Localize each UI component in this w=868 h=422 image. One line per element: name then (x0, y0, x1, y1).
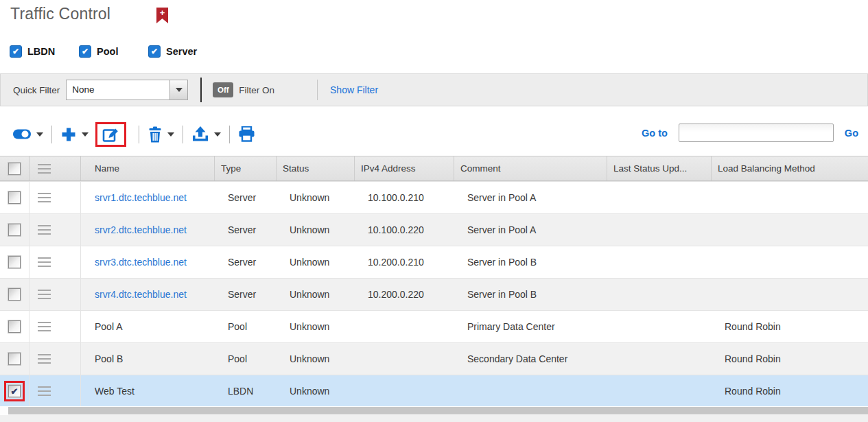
cell-name[interactable]: srvr1.dtc.techblue.net (81, 182, 215, 213)
cell-type: Server (215, 182, 277, 213)
horizontal-scrollbar[interactable] (0, 406, 868, 415)
table-row[interactable]: srvr3.dtc.techblue.net Server Unknown 10… (0, 246, 868, 278)
cell-ipv4 (355, 311, 454, 342)
bookmark-icon[interactable]: + (156, 8, 168, 23)
column-header-last-status[interactable]: Last Status Upd... (607, 156, 712, 180)
cell-last-status (607, 343, 712, 375)
row-checkbox-cell[interactable] (0, 343, 30, 375)
cell-name[interactable]: srvr4.dtc.techblue.net (81, 279, 215, 310)
filter-lbdn[interactable]: LBDN (10, 45, 79, 58)
go-button[interactable]: Go (845, 128, 858, 139)
table-row[interactable]: srvr1.dtc.techblue.net Server Unknown 10… (0, 181, 868, 213)
column-header-ipv4[interactable]: IPv4 Address (355, 156, 454, 180)
row-grip-cell[interactable] (30, 214, 81, 246)
cell-name[interactable]: srvr2.dtc.techblue.net (81, 214, 215, 246)
cell-name[interactable]: Pool B (81, 343, 215, 375)
hamburger-icon[interactable] (38, 353, 51, 365)
row-checkbox-cell[interactable] (0, 279, 30, 310)
checkbox-checked-icon[interactable] (10, 45, 22, 58)
import-icon[interactable] (191, 126, 209, 142)
row-checkbox-cell[interactable] (0, 182, 30, 213)
row-checkbox[interactable] (8, 353, 21, 365)
divider (51, 126, 52, 143)
table-row[interactable]: Pool A Pool Unknown Primary Data Center … (0, 310, 868, 342)
hamburger-icon[interactable] (38, 191, 51, 204)
column-header-status[interactable]: Status (277, 156, 355, 180)
dropdown-button[interactable] (169, 80, 187, 99)
column-header-comment[interactable]: Comment (454, 156, 607, 180)
cell-name[interactable]: Pool A (81, 311, 215, 342)
table-row[interactable]: srvr2.dtc.techblue.net Server Unknown 10… (0, 213, 868, 246)
table-row[interactable]: srvr4.dtc.techblue.net Server Unknown 10… (0, 278, 868, 310)
add-icon[interactable] (60, 126, 77, 143)
hamburger-icon[interactable] (38, 385, 51, 397)
row-grip-cell[interactable] (30, 182, 81, 213)
row-checkbox[interactable] (8, 191, 21, 204)
print-icon[interactable] (238, 126, 255, 142)
row-grip-cell[interactable] (30, 246, 81, 278)
hamburger-icon[interactable] (38, 256, 51, 268)
cell-lbm: Round Robin (712, 375, 868, 407)
hamburger-icon[interactable] (38, 224, 51, 236)
cell-name[interactable]: srvr3.dtc.techblue.net (81, 246, 215, 278)
delete-icon[interactable] (148, 126, 163, 143)
table-row[interactable]: Web Test LBDN Unknown Round Robin (0, 375, 868, 407)
scrollbar-thumb[interactable] (8, 407, 868, 414)
select-all-checkbox-cell[interactable] (0, 156, 30, 180)
visibility-dropdown-caret[interactable] (36, 132, 43, 137)
row-checkbox[interactable] (8, 385, 21, 397)
row-checkbox-cell[interactable] (0, 311, 30, 342)
edit-highlight-box (95, 122, 126, 147)
checkbox-checked-icon[interactable] (79, 45, 91, 58)
divider (317, 80, 318, 100)
row-grip-cell[interactable] (30, 279, 81, 310)
row-checkbox-cell[interactable] (0, 375, 30, 407)
row-grip-cell[interactable] (30, 343, 81, 375)
table-row[interactable]: Pool B Pool Unknown Secondary Data Cente… (0, 342, 868, 375)
filter-server[interactable]: Server (148, 45, 218, 58)
row-checkbox[interactable] (8, 288, 21, 301)
hamburger-icon[interactable] (38, 320, 51, 333)
row-checkbox[interactable] (8, 224, 21, 236)
cell-status: Unknown (277, 279, 355, 310)
checkbox-checked-icon[interactable] (148, 45, 161, 58)
cell-last-status (607, 214, 712, 246)
row-grip-cell[interactable] (30, 375, 81, 407)
cell-comment (454, 375, 607, 407)
row-grip-cell[interactable] (30, 311, 81, 342)
row-checkbox-cell[interactable] (0, 246, 30, 278)
delete-dropdown-caret[interactable] (167, 132, 174, 137)
filter-label: Server (166, 46, 197, 57)
edit-icon[interactable] (102, 126, 119, 143)
hamburger-icon[interactable] (38, 288, 51, 301)
divider (200, 78, 202, 102)
filter-pool[interactable]: Pool (79, 45, 148, 58)
column-header-lbm[interactable]: Load Balancing Method (712, 156, 868, 180)
cell-ipv4: 10.100.0.210 (355, 182, 454, 213)
quick-filter-select[interactable]: None (66, 80, 188, 100)
filter-label: Pool (97, 46, 118, 57)
row-checkbox[interactable] (8, 320, 21, 333)
cell-type: LBDN (215, 375, 277, 407)
grid-toolbar: Go to Go (0, 115, 868, 153)
column-header-name[interactable]: Name (81, 156, 215, 180)
divider (139, 126, 139, 143)
add-dropdown-caret[interactable] (82, 132, 89, 137)
row-checkbox-cell[interactable] (0, 214, 30, 246)
row-checkbox[interactable] (8, 256, 21, 268)
import-dropdown-caret[interactable] (214, 132, 221, 137)
visibility-toggle-icon[interactable] (12, 128, 32, 140)
filter-off-badge[interactable]: Off (213, 82, 233, 97)
goto-label[interactable]: Go to (642, 128, 668, 139)
hamburger-icon[interactable] (38, 163, 51, 175)
cell-ipv4 (355, 343, 454, 375)
select-all-checkbox[interactable] (8, 163, 21, 175)
cell-name[interactable]: Web Test (81, 375, 215, 407)
page-title: Traffic Control (10, 5, 110, 23)
column-header-type[interactable]: Type (215, 156, 277, 180)
goto-input[interactable] (679, 124, 834, 142)
filter-label: LBDN (27, 46, 55, 57)
show-filter-link[interactable]: Show Filter (330, 84, 378, 95)
cell-lbm (712, 246, 868, 278)
cell-ipv4: 10.200.0.210 (355, 246, 454, 278)
